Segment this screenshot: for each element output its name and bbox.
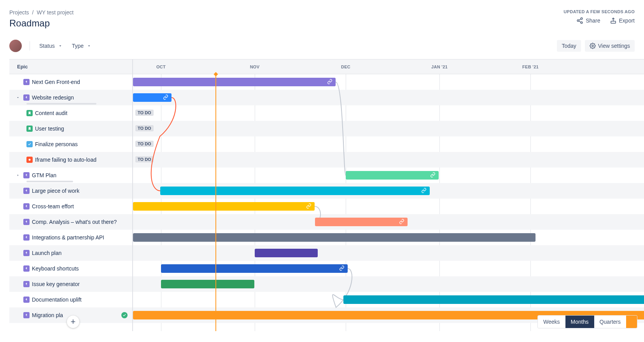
epic-row-finalize-personas[interactable]: Finalize personas <box>9 136 132 152</box>
create-epic-button[interactable]: + <box>67 316 79 328</box>
status-badge: TO DO <box>135 156 154 162</box>
lane-content-audit: TO DO <box>133 105 644 121</box>
epic-label: Website redesign <box>32 94 74 101</box>
view-settings-button[interactable]: View settings <box>585 40 635 52</box>
scale-months[interactable]: Months <box>565 316 594 328</box>
progress-bar <box>26 181 73 182</box>
scale-quarters[interactable]: Quarters <box>594 316 626 328</box>
epic-list: Epic Next Gen Front-endWebsite redesignC… <box>9 59 133 331</box>
epic-label: Documentation uplift <box>32 297 82 303</box>
gear-icon <box>590 43 596 49</box>
scale-weeks[interactable]: Weeks <box>538 316 565 328</box>
status-filter-label: Status <box>39 43 55 49</box>
chevron-down-icon <box>87 44 91 48</box>
bar-comp-analysis[interactable] <box>315 218 408 226</box>
epic-label: Comp. Analysis – what's out there? <box>32 219 117 225</box>
link-icon <box>421 188 427 194</box>
story-icon <box>26 110 33 116</box>
gantt-area[interactable]: OCTNOVDECJAN '21FEB '21 TO DOTO DOTO DOT… <box>133 59 644 331</box>
month-label: FEB '21 <box>515 59 546 74</box>
status-filter[interactable]: Status <box>38 40 64 51</box>
lane-website <box>133 90 644 105</box>
epic-row-gtm[interactable]: GTM Plan <box>9 168 132 183</box>
today-button[interactable]: Today <box>557 40 581 52</box>
bar-cross-team[interactable] <box>133 202 315 211</box>
epic-icon <box>23 234 30 241</box>
bar-integrations[interactable] <box>133 233 536 242</box>
epic-label: Next Gen Front-end <box>32 79 80 85</box>
epic-icon <box>23 281 30 287</box>
lane-finalize-personas: TO DO <box>133 136 644 152</box>
lane-issue-key <box>133 276 644 292</box>
epic-label: Finalize personas <box>35 141 78 147</box>
status-badge: TO DO <box>135 110 154 116</box>
lane-keyboard <box>133 261 644 276</box>
epic-row-large-work[interactable]: Large piece of work <box>9 183 132 199</box>
view-settings-label: View settings <box>598 43 630 49</box>
bar-launch[interactable] <box>255 249 318 257</box>
epic-label: Issue key generator <box>32 281 80 287</box>
epic-label: Keyboard shortcuts <box>32 265 79 272</box>
epic-icon <box>23 172 30 178</box>
epic-row-user-testing[interactable]: User testing <box>9 121 132 136</box>
bar-website[interactable] <box>133 93 172 102</box>
bar-issue-key[interactable] <box>161 280 254 288</box>
updated-timestamp: UPDATED A FEW SECONDS AGO <box>564 9 635 14</box>
link-icon <box>163 94 168 101</box>
chevron-down-icon <box>58 44 63 48</box>
epic-row-keyboard[interactable]: Keyboard shortcuts <box>9 261 132 276</box>
epic-label: Migration pla <box>32 312 63 318</box>
type-filter[interactable]: Type <box>70 40 93 51</box>
epic-icon <box>23 250 30 256</box>
lane-user-testing: TO DO <box>133 121 644 136</box>
collapse-icon[interactable] <box>15 96 21 99</box>
epic-row-docs[interactable]: Documentation uplift <box>9 292 132 307</box>
export-button[interactable]: Export <box>610 17 635 24</box>
progress-bar <box>26 103 96 105</box>
epic-row-content-audit[interactable]: Content audit <box>9 105 132 121</box>
scale-fullscreen[interactable] <box>626 316 637 328</box>
month-label: JAN '21 <box>424 59 455 74</box>
bar-gtm[interactable] <box>346 171 439 180</box>
share-button[interactable]: Share <box>576 17 600 24</box>
expand-icon[interactable] <box>15 173 21 177</box>
lane-cross-team <box>133 199 644 214</box>
breadcrumb-project-name[interactable]: WY test project <box>37 9 74 16</box>
epic-row-comp-analysis[interactable]: Comp. Analysis – what's out there? <box>9 214 132 230</box>
svg-point-2 <box>581 22 583 24</box>
epic-row-website[interactable]: Website redesign <box>9 90 132 105</box>
epic-row-issue-key[interactable]: Issue key generator <box>9 276 132 292</box>
breadcrumb-projects[interactable]: Projects <box>9 9 29 16</box>
done-check-icon <box>121 312 128 318</box>
divider <box>30 41 30 51</box>
epic-icon <box>23 79 30 85</box>
link-icon <box>399 219 404 225</box>
epic-row-integrations[interactable]: Integrations & partnership API <box>9 230 132 245</box>
epic-row-launch[interactable]: Launch plan <box>9 245 132 261</box>
epic-label: Cross-team effort <box>32 203 74 209</box>
epic-row-cross-team[interactable]: Cross-team effort <box>9 199 132 214</box>
avatar[interactable] <box>9 40 22 52</box>
epic-label: Content audit <box>35 110 67 116</box>
epic-icon <box>23 188 30 194</box>
breadcrumb: Projects / WY test project <box>9 9 74 16</box>
bar-keyboard[interactable] <box>161 264 348 273</box>
svg-point-1 <box>577 20 579 22</box>
bug-icon <box>26 157 33 163</box>
page-title: Roadmap <box>9 18 74 29</box>
epic-icon <box>23 203 30 209</box>
svg-point-7 <box>29 159 31 161</box>
share-label: Share <box>586 17 600 24</box>
scale-switcher: Weeks Months Quarters <box>538 316 637 328</box>
bar-large-work[interactable] <box>160 187 430 195</box>
lane-gtm <box>133 168 644 183</box>
epic-label: Launch plan <box>32 250 61 256</box>
story-icon <box>26 126 33 132</box>
export-icon <box>610 17 617 24</box>
epic-icon <box>23 219 30 225</box>
lane-nextgen <box>133 74 644 90</box>
bar-nextgen[interactable] <box>133 78 336 86</box>
bar-docs[interactable] <box>343 295 644 304</box>
epic-row-nextgen[interactable]: Next Gen Front-end <box>9 74 132 90</box>
epic-row-iframe-bug[interactable]: Iframe failing to auto-load <box>9 152 132 168</box>
